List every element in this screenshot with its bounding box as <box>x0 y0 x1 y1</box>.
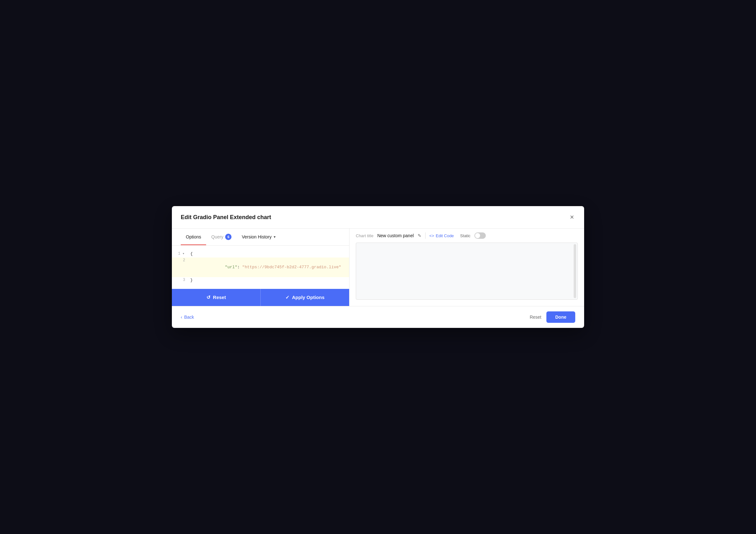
reset-button[interactable]: ↺ Reset <box>172 289 261 306</box>
check-icon: ✓ <box>285 295 289 300</box>
modal-dialog: Edit Gradio Panel Extended chart × Optio… <box>172 206 584 328</box>
modal-title: Edit Gradio Panel Extended chart <box>181 214 271 221</box>
apply-options-button[interactable]: ✓ Apply Options <box>261 289 349 306</box>
scrollbar[interactable] <box>574 244 576 298</box>
toggle-slider <box>474 232 486 239</box>
chart-title-value: New custom panel <box>377 233 414 238</box>
reset-icon: ↺ <box>206 295 210 300</box>
query-badge: 6 <box>225 234 231 240</box>
modal-body: Options Query 6 Version History ▾ 1 ▾ <box>172 228 584 306</box>
modal-overlay: Edit Gradio Panel Extended chart × Optio… <box>0 0 756 534</box>
fold-arrow: ▾ <box>180 252 185 255</box>
tab-version-history[interactable]: Version History ▾ <box>236 229 280 245</box>
code-editor[interactable]: 1 ▾ { 2 "url": "https://9bdc745f-b2d2-47… <box>172 246 349 289</box>
code-line-2: 2 "url": "https://9bdc745f-b2d2-4777.gra… <box>172 257 349 277</box>
chevron-down-icon: ▾ <box>274 235 276 239</box>
tabs-bar: Options Query 6 Version History ▾ <box>172 228 349 246</box>
chart-title-label: Chart title <box>356 233 374 238</box>
code-icon: <> <box>429 233 434 238</box>
edit-pencil-icon[interactable]: ✎ <box>418 233 421 238</box>
edit-code-button[interactable]: <> Edit Code <box>429 233 454 238</box>
code-line-3: 3 } <box>172 277 349 284</box>
preview-area <box>356 243 578 300</box>
code-line-1: 1 ▾ { <box>172 251 349 257</box>
footer-right: Reset Done <box>529 311 575 323</box>
footer-reset-button[interactable]: Reset <box>529 314 541 320</box>
chevron-left-icon: ‹ <box>181 314 182 320</box>
static-toggle[interactable] <box>474 232 486 239</box>
tab-options[interactable]: Options <box>181 229 206 245</box>
tab-query[interactable]: Query 6 <box>206 228 236 246</box>
static-label: Static <box>460 233 471 238</box>
done-button[interactable]: Done <box>546 311 575 323</box>
right-panel-header: Chart title New custom panel ✎ <> Edit C… <box>349 228 584 243</box>
close-button[interactable]: × <box>569 212 575 222</box>
right-panel: Chart title New custom panel ✎ <> Edit C… <box>349 228 584 306</box>
modal-footer: ‹ Back Reset Done <box>172 306 584 328</box>
back-button[interactable]: ‹ Back <box>181 314 194 320</box>
left-panel: Options Query 6 Version History ▾ 1 ▾ <box>172 228 349 306</box>
modal-header: Edit Gradio Panel Extended chart × <box>172 206 584 228</box>
action-bar: ↺ Reset ✓ Apply Options <box>172 289 349 306</box>
